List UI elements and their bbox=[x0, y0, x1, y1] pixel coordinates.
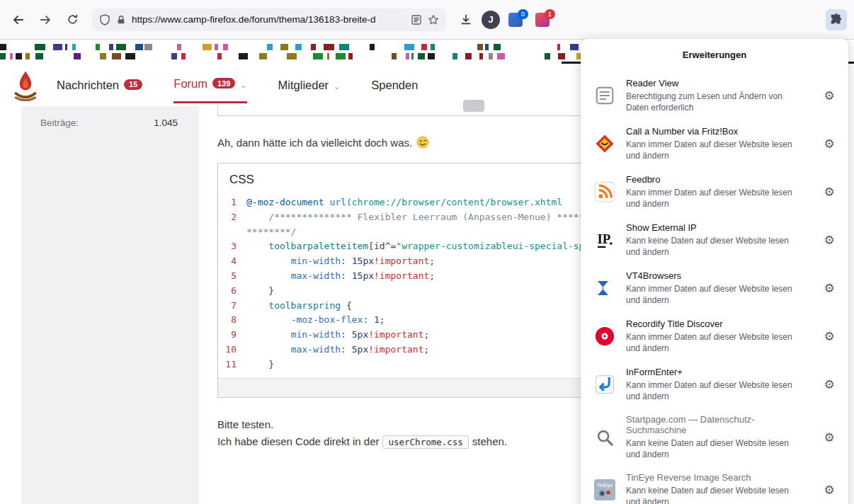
extension-list: Reader ViewBerechtigung zum Lesen und Än… bbox=[581, 71, 848, 504]
code-line-number: 10 bbox=[218, 343, 246, 357]
code-line-text: min-width: 5px!important; bbox=[246, 328, 429, 343]
code-line-text: /************** Flexibler Leerraum (Anpa… bbox=[246, 210, 634, 225]
feedbro-icon bbox=[593, 181, 616, 203]
browser-window: https://www.camp-firefox.de/forum/thema/… bbox=[0, 0, 854, 504]
campfire-logo[interactable] bbox=[13, 69, 38, 101]
lock-icon[interactable] bbox=[116, 15, 126, 25]
nav-item-mitglieder[interactable]: Mitglieder⌄ bbox=[278, 67, 341, 103]
post-outro-line2-pre: Ich habe diesen Code direkt in der bbox=[217, 435, 379, 447]
code-line-text: max-width: 15px!important; bbox=[246, 269, 435, 284]
vt4browsers-icon bbox=[593, 277, 616, 299]
nav-item-label: Mitglieder bbox=[278, 79, 329, 92]
extension-settings-gear-icon[interactable]: ⚙ bbox=[820, 231, 838, 249]
back-button[interactable] bbox=[7, 8, 30, 31]
extension-row[interactable]: VT4BrowsersKann immer Daten auf dieser W… bbox=[581, 264, 848, 312]
extension-description: Kann keine Daten auf dieser Website lese… bbox=[626, 235, 802, 258]
code-line-text: min-width: 15px!important; bbox=[246, 254, 435, 269]
extension-settings-gear-icon[interactable]: ⚙ bbox=[820, 134, 838, 153]
extension-settings-gear-icon[interactable]: ⚙ bbox=[820, 481, 838, 499]
extension-row[interactable]: TinEyeTinEye Reverse Image SearchKann ke… bbox=[581, 466, 848, 504]
nav-item-forum[interactable]: Forum139⌄ bbox=[173, 67, 246, 103]
code-line-text: max-width: 5px!important; bbox=[246, 343, 429, 357]
browser-toolbar: https://www.camp-firefox.de/forum/thema/… bbox=[0, 0, 854, 40]
extension-text: Show External IPKann keine Daten auf die… bbox=[626, 222, 810, 258]
extensions-puzzle-button[interactable] bbox=[826, 9, 847, 30]
sidebar-stat-value: 1.045 bbox=[154, 118, 178, 128]
nav-badge: 139 bbox=[212, 78, 235, 88]
extension-row[interactable]: Startpage.com — Datenschutz-Suchmaschine… bbox=[581, 408, 848, 466]
nav-item-label: Nachrichten bbox=[57, 79, 119, 92]
extension-settings-gear-icon[interactable]: ⚙ bbox=[820, 428, 838, 447]
extension-settings-gear-icon[interactable]: ⚙ bbox=[820, 327, 838, 345]
nav-item-nachrichten[interactable]: Nachrichten15 bbox=[57, 67, 142, 103]
extensions-panel-title: Erweiterungen bbox=[581, 39, 848, 71]
recordify-icon bbox=[593, 325, 616, 348]
downloads-button[interactable] bbox=[455, 8, 477, 31]
informenter-icon bbox=[593, 373, 616, 396]
quote-toggle-button[interactable] bbox=[463, 100, 484, 112]
glitch-row bbox=[0, 44, 595, 50]
code-line-number: 9 bbox=[218, 328, 246, 343]
extension-settings-gear-icon[interactable]: ⚙ bbox=[820, 279, 838, 297]
extension-description: Kann immer Daten auf dieser Website lese… bbox=[626, 283, 802, 306]
code-line-text: } bbox=[246, 357, 274, 372]
extension-description: Berechtigung zum Lesen und Ändern von Da… bbox=[626, 91, 802, 113]
code-line-number bbox=[218, 225, 246, 240]
reader-view-icon bbox=[593, 84, 616, 107]
url-bar[interactable]: https://www.camp-firefox.de/forum/thema/… bbox=[92, 8, 446, 31]
svg-text:TinEye: TinEye bbox=[596, 482, 613, 488]
code-line-text: toolbarpaletteitem[id^="wrapper-customiz… bbox=[246, 239, 613, 254]
extension-settings-gear-icon[interactable]: ⚙ bbox=[820, 375, 838, 394]
extension-row[interactable]: IPShow External IPKann keine Daten auf d… bbox=[581, 216, 848, 264]
extension-text: FeedbroKann immer Daten auf dieser Websi… bbox=[626, 174, 810, 210]
profile-avatar-button[interactable]: J bbox=[482, 11, 500, 29]
code-line-text: toolbarspring { bbox=[246, 299, 352, 314]
code-line-number: 5 bbox=[218, 269, 246, 284]
extension-row[interactable]: Recordify Title DiscoverKann immer Daten… bbox=[581, 312, 848, 360]
extension-text: InFormEnter+Kann immer Daten auf dieser … bbox=[626, 367, 810, 402]
extension-row[interactable]: Reader ViewBerechtigung zum Lesen und Än… bbox=[581, 71, 848, 120]
tracking-shield-icon[interactable] bbox=[99, 14, 110, 25]
glitch-row bbox=[0, 53, 595, 59]
bookmark-star-icon[interactable] bbox=[428, 14, 439, 25]
extension-text: TinEye Reverse Image SearchKann keine Da… bbox=[626, 472, 810, 504]
back-arrow-icon bbox=[12, 13, 25, 26]
reload-button[interactable] bbox=[61, 8, 84, 31]
code-line-text: @-moz-document url(chrome://browser/cont… bbox=[246, 195, 562, 210]
fritzbox-icon bbox=[593, 132, 616, 155]
nav-badge: 15 bbox=[124, 79, 142, 90]
extension-description: Kann immer Daten auf dieser Website lese… bbox=[626, 331, 802, 354]
extension-toolbar-button-1[interactable]: 0 bbox=[504, 8, 527, 31]
extension-row[interactable]: Call a Number via Fritz!BoxKann immer Da… bbox=[581, 120, 848, 168]
extension-row[interactable]: FeedbroKann immer Daten auf dieser Websi… bbox=[581, 168, 848, 216]
wink-emoji-icon bbox=[416, 136, 429, 149]
extension-text: VT4BrowsersKann immer Daten auf dieser W… bbox=[626, 270, 810, 306]
extensions-panel: Erweiterungen Reader ViewBerechtigung zu… bbox=[581, 39, 848, 504]
extension-row[interactable]: InFormEnter+Kann immer Daten auf dieser … bbox=[581, 360, 848, 408]
nav-item-spenden[interactable]: Spenden bbox=[371, 67, 418, 103]
nav-item-label: Forum bbox=[173, 77, 207, 91]
puzzle-piece-icon bbox=[830, 13, 843, 26]
startpage-icon bbox=[593, 426, 616, 449]
extension-name: Show External IP bbox=[626, 222, 810, 233]
code-line-number: 8 bbox=[218, 313, 246, 328]
code-line-number: 4 bbox=[218, 254, 246, 269]
code-line-number: 7 bbox=[218, 299, 246, 314]
forward-button[interactable] bbox=[34, 8, 57, 31]
reader-mode-icon[interactable] bbox=[411, 14, 422, 25]
extension-settings-gear-icon[interactable]: ⚙ bbox=[820, 183, 838, 201]
code-line-text: ********/ bbox=[246, 225, 296, 240]
extension-toolbar-button-2[interactable]: 1 bbox=[531, 8, 554, 31]
extension-text: Reader ViewBerechtigung zum Lesen und Än… bbox=[626, 78, 810, 113]
extension-text: Recordify Title DiscoverKann immer Daten… bbox=[626, 319, 810, 354]
glitch-artifact-strip bbox=[0, 44, 595, 61]
extension-settings-gear-icon[interactable]: ⚙ bbox=[820, 86, 838, 105]
chevron-down-icon: ⌄ bbox=[334, 82, 340, 91]
profile-initial: J bbox=[488, 14, 493, 25]
show-external-ip-icon: IP bbox=[593, 229, 616, 251]
url-text[interactable]: https://www.camp-firefox.de/forum/thema/… bbox=[132, 14, 405, 25]
extension-name: VT4Browsers bbox=[626, 270, 810, 281]
inline-code-chip: userChrome.css bbox=[382, 435, 468, 449]
code-line-number: 11 bbox=[218, 357, 246, 372]
sidebar: Beiträge: 1.045 bbox=[21, 106, 199, 504]
